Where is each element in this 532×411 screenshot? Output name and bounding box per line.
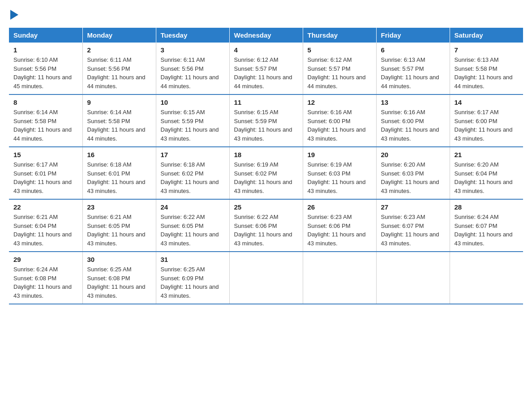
calendar-cell: 26 Sunrise: 6:23 AMSunset: 6:06 PMDaylig… [303,199,376,252]
day-info: Sunrise: 6:13 AMSunset: 5:58 PMDaylight:… [455,56,513,90]
calendar-cell: 18 Sunrise: 6:19 AMSunset: 6:02 PMDaylig… [229,147,303,199]
calendar-cell: 11 Sunrise: 6:15 AMSunset: 5:59 PMDaylig… [229,94,303,147]
day-number: 20 [381,151,445,158]
day-number: 21 [455,151,519,158]
day-info: Sunrise: 6:17 AMSunset: 6:01 PMDaylight:… [13,161,72,194]
calendar-cell: 16 Sunrise: 6:18 AMSunset: 6:01 PMDaylig… [82,147,156,199]
calendar-cell: 8 Sunrise: 6:14 AMSunset: 5:58 PMDayligh… [9,94,82,147]
calendar-week-row: 1 Sunrise: 6:10 AMSunset: 5:56 PMDayligh… [9,43,523,94]
day-number: 17 [161,151,225,158]
day-info: Sunrise: 6:14 AMSunset: 5:58 PMDaylight:… [87,109,146,142]
calendar-week-row: 29 Sunrise: 6:24 AMSunset: 6:08 PMDaylig… [9,252,523,304]
calendar-cell: 6 Sunrise: 6:13 AMSunset: 5:57 PMDayligh… [376,43,450,94]
calendar-cell: 7 Sunrise: 6:13 AMSunset: 5:58 PMDayligh… [450,43,523,94]
day-info: Sunrise: 6:18 AMSunset: 6:01 PMDaylight:… [87,161,146,194]
calendar-cell: 19 Sunrise: 6:19 AMSunset: 6:03 PMDaylig… [303,147,376,199]
calendar-cell: 15 Sunrise: 6:17 AMSunset: 6:01 PMDaylig… [9,147,82,199]
day-number: 10 [161,98,225,106]
day-info: Sunrise: 6:19 AMSunset: 6:02 PMDaylight:… [234,161,292,194]
day-info: Sunrise: 6:12 AMSunset: 5:57 PMDaylight:… [308,56,366,90]
day-info: Sunrise: 6:10 AMSunset: 5:56 PMDaylight:… [13,56,72,90]
day-info: Sunrise: 6:19 AMSunset: 6:03 PMDaylight:… [308,161,366,194]
day-number: 19 [308,151,372,158]
day-number: 26 [308,203,372,211]
day-number: 27 [381,203,445,211]
day-info: Sunrise: 6:25 AMSunset: 6:09 PMDaylight:… [161,266,219,299]
day-number: 2 [87,46,151,54]
calendar-cell [229,252,303,304]
day-info: Sunrise: 6:13 AMSunset: 5:57 PMDaylight:… [381,56,439,90]
day-number: 31 [161,256,225,263]
calendar-cell: 20 Sunrise: 6:20 AMSunset: 6:03 PMDaylig… [376,147,450,199]
day-number: 22 [13,203,78,211]
day-info: Sunrise: 6:15 AMSunset: 5:59 PMDaylight:… [161,109,219,142]
day-info: Sunrise: 6:21 AMSunset: 6:04 PMDaylight:… [13,214,72,247]
day-info: Sunrise: 6:25 AMSunset: 6:08 PMDaylight:… [87,266,146,299]
calendar-cell: 30 Sunrise: 6:25 AMSunset: 6:08 PMDaylig… [82,252,156,304]
day-info: Sunrise: 6:11 AMSunset: 5:56 PMDaylight:… [87,56,146,90]
calendar-cell: 25 Sunrise: 6:22 AMSunset: 6:06 PMDaylig… [229,199,303,252]
day-info: Sunrise: 6:20 AMSunset: 6:03 PMDaylight:… [381,161,439,194]
calendar-cell: 5 Sunrise: 6:12 AMSunset: 5:57 PMDayligh… [303,43,376,94]
day-info: Sunrise: 6:24 AMSunset: 6:07 PMDaylight:… [455,214,513,247]
day-number: 1 [13,46,78,54]
day-number: 14 [455,98,519,106]
day-number: 28 [455,203,519,211]
calendar-table: SundayMondayTuesdayWednesdayThursdayFrid… [9,28,523,304]
day-info: Sunrise: 6:24 AMSunset: 6:08 PMDaylight:… [13,266,72,299]
day-number: 18 [234,151,298,158]
day-number: 29 [13,256,78,263]
day-number: 11 [234,98,298,106]
day-info: Sunrise: 6:18 AMSunset: 6:02 PMDaylight:… [161,161,219,194]
day-info: Sunrise: 6:21 AMSunset: 6:05 PMDaylight:… [87,214,146,247]
logo [9,9,18,20]
calendar-cell: 10 Sunrise: 6:15 AMSunset: 5:59 PMDaylig… [156,94,229,147]
day-number: 13 [381,98,445,106]
weekday-header-wednesday: Wednesday [229,28,303,43]
day-info: Sunrise: 6:15 AMSunset: 5:59 PMDaylight:… [234,109,292,142]
weekday-header-monday: Monday [82,28,156,43]
calendar-cell: 1 Sunrise: 6:10 AMSunset: 5:56 PMDayligh… [9,43,82,94]
svg-marker-0 [10,10,18,20]
day-number: 4 [234,46,298,54]
logo-arrow-icon [10,10,18,21]
calendar-cell: 17 Sunrise: 6:18 AMSunset: 6:02 PMDaylig… [156,147,229,199]
day-info: Sunrise: 6:14 AMSunset: 5:58 PMDaylight:… [13,109,72,142]
day-info: Sunrise: 6:22 AMSunset: 6:06 PMDaylight:… [234,214,292,247]
calendar-cell: 9 Sunrise: 6:14 AMSunset: 5:58 PMDayligh… [82,94,156,147]
day-info: Sunrise: 6:12 AMSunset: 5:57 PMDaylight:… [234,56,292,90]
calendar-cell: 22 Sunrise: 6:21 AMSunset: 6:04 PMDaylig… [9,199,82,252]
day-number: 25 [234,203,298,211]
page-header [9,9,523,20]
day-info: Sunrise: 6:17 AMSunset: 6:00 PMDaylight:… [455,109,513,142]
calendar-cell: 29 Sunrise: 6:24 AMSunset: 6:08 PMDaylig… [9,252,82,304]
day-number: 6 [381,46,445,54]
calendar-week-row: 22 Sunrise: 6:21 AMSunset: 6:04 PMDaylig… [9,199,523,252]
calendar-cell [303,252,376,304]
day-info: Sunrise: 6:22 AMSunset: 6:05 PMDaylight:… [161,214,219,247]
day-info: Sunrise: 6:11 AMSunset: 5:56 PMDaylight:… [161,56,219,90]
calendar-week-row: 15 Sunrise: 6:17 AMSunset: 6:01 PMDaylig… [9,147,523,199]
calendar-cell: 14 Sunrise: 6:17 AMSunset: 6:00 PMDaylig… [450,94,523,147]
calendar-cell: 13 Sunrise: 6:16 AMSunset: 6:00 PMDaylig… [376,94,450,147]
day-number: 30 [87,256,151,263]
calendar-cell: 21 Sunrise: 6:20 AMSunset: 6:04 PMDaylig… [450,147,523,199]
weekday-header-sunday: Sunday [9,28,82,43]
day-info: Sunrise: 6:20 AMSunset: 6:04 PMDaylight:… [455,161,513,194]
calendar-cell: 3 Sunrise: 6:11 AMSunset: 5:56 PMDayligh… [156,43,229,94]
day-number: 12 [308,98,372,106]
day-number: 15 [13,151,78,158]
weekday-header-row: SundayMondayTuesdayWednesdayThursdayFrid… [9,28,523,43]
day-number: 24 [161,203,225,211]
calendar-cell [376,252,450,304]
calendar-cell [450,252,523,304]
day-info: Sunrise: 6:16 AMSunset: 6:00 PMDaylight:… [381,109,439,142]
day-number: 7 [455,46,519,54]
weekday-header-saturday: Saturday [450,28,523,43]
calendar-cell: 28 Sunrise: 6:24 AMSunset: 6:07 PMDaylig… [450,199,523,252]
calendar-week-row: 8 Sunrise: 6:14 AMSunset: 5:58 PMDayligh… [9,94,523,147]
calendar-cell: 2 Sunrise: 6:11 AMSunset: 5:56 PMDayligh… [82,43,156,94]
day-number: 9 [87,98,151,106]
calendar-cell: 24 Sunrise: 6:22 AMSunset: 6:05 PMDaylig… [156,199,229,252]
weekday-header-tuesday: Tuesday [156,28,229,43]
